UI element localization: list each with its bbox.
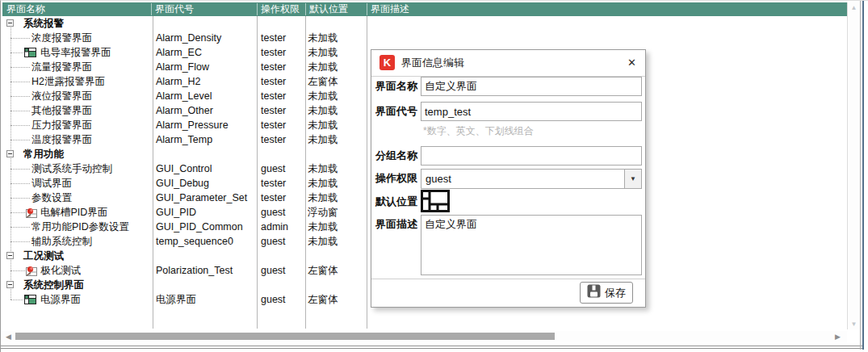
default-position-value: 未加载 — [308, 220, 338, 234]
window-border — [862, 1, 864, 350]
permission-value: tester — [261, 45, 286, 60]
interface-code: GUI_Parameter_Set — [156, 191, 247, 205]
interface-code: Alarm_Other — [156, 103, 213, 118]
permission-value: guest — [261, 205, 286, 220]
tree-line — [10, 227, 30, 228]
interface-code: Alarm_Density — [156, 31, 221, 45]
dialog-title: 界面信息编辑 — [401, 50, 464, 76]
column-divider — [153, 16, 153, 329]
group-label: 系统控制界面 — [23, 278, 84, 292]
interface-code: 电源界面 — [156, 292, 196, 307]
permission-value: guest — [261, 161, 286, 176]
default-position-value: 未加载 — [308, 191, 338, 205]
interface-code: Alarm_Level — [156, 89, 212, 103]
permission-select[interactable]: guest ▼ — [421, 169, 642, 189]
default-position-value: 未加载 — [308, 45, 338, 60]
permission-value: tester — [261, 89, 286, 103]
interface-code: GUI_Control — [156, 161, 212, 176]
interface-name: 测试系统手动控制 — [31, 161, 112, 176]
group-field-label: 分组名称 — [375, 146, 417, 166]
interface-name: 其他报警界面 — [31, 103, 92, 118]
horizontal-scrollbar[interactable]: ◀ ▶ — [2, 331, 847, 342]
collapse-toggle-icon[interactable] — [6, 19, 14, 27]
tree-line — [10, 198, 30, 199]
permission-value: tester — [261, 176, 286, 191]
interface-code: Alarm_EC — [156, 45, 202, 60]
code-field[interactable] — [421, 102, 642, 121]
column-divider — [305, 16, 306, 329]
default-position-value: 未加载 — [308, 118, 338, 132]
app-window: 界面名称 界面代号 操作权限 默认位置 界面描述 系统报警浓度报警界面Alarm… — [0, 0, 868, 352]
column-header-permission[interactable]: 操作权限 — [261, 2, 300, 16]
default-position-layout-icon[interactable] — [421, 190, 450, 216]
group-field[interactable] — [421, 146, 642, 166]
scroll-down-icon[interactable]: ▼ — [848, 321, 860, 328]
tree-line — [10, 111, 30, 111]
window-border — [860, 1, 861, 350]
dialog-titlebar: K 界面信息编辑 ✕ — [371, 50, 645, 77]
collapse-toggle-icon[interactable] — [6, 252, 14, 259]
code-field-label: 界面代号 — [375, 102, 417, 121]
column-header-name[interactable]: 界面名称 — [6, 2, 45, 16]
interface-name: 电解槽PID界面 — [40, 205, 107, 220]
column-header-position[interactable]: 默认位置 — [309, 2, 348, 16]
window-border — [1, 346, 863, 346]
save-button[interactable]: 保存 — [580, 282, 633, 304]
tree-line — [10, 96, 30, 97]
permission-value: tester — [261, 60, 286, 74]
permission-value: tester — [261, 191, 286, 205]
interface-name: 参数设置 — [31, 191, 72, 205]
scroll-left-icon[interactable]: ◀ — [6, 332, 11, 342]
grid-icon — [24, 48, 36, 60]
interface-name: 电源界面 — [40, 292, 81, 307]
column-divider — [151, 3, 152, 15]
interface-name: 压力报警界面 — [31, 118, 92, 132]
description-field[interactable]: 自定义界面 — [421, 215, 642, 275]
interface-name: 流量报警界面 — [31, 60, 92, 74]
interface-code: GUI_PID — [156, 205, 196, 220]
save-button-label: 保存 — [605, 286, 626, 300]
code-field-hint: *数字、英文、下划线组合 — [423, 124, 534, 138]
name-field[interactable] — [421, 77, 642, 96]
app-logo-icon: K — [379, 55, 395, 70]
vertical-scrollbar[interactable]: ▲ ▼ — [847, 2, 860, 329]
permission-value: tester — [261, 103, 286, 118]
group-label: 系统报警 — [23, 16, 64, 31]
pin-icon — [24, 266, 37, 279]
pin-icon — [24, 207, 37, 220]
dropdown-button[interactable]: ▼ — [624, 170, 641, 188]
tree-line — [10, 125, 30, 126]
interface-name: 极化测试 — [40, 263, 81, 278]
default-position-value: 未加载 — [308, 132, 338, 147]
default-position-value: 左窗体 — [308, 292, 338, 307]
tree-line — [10, 183, 30, 184]
interface-name: 常用功能PID参数设置 — [31, 220, 129, 234]
column-header-code[interactable]: 界面代号 — [155, 2, 194, 16]
default-position-value: 未加载 — [308, 89, 338, 103]
interface-code: Alarm_H2 — [156, 74, 201, 89]
interface-name: 温度报警界面 — [31, 132, 92, 147]
default-position-value: 未加载 — [308, 60, 338, 74]
group-label: 常用功能 — [23, 147, 64, 161]
tree-group-row[interactable]: 系统报警 — [2, 16, 847, 31]
table-row[interactable]: 浓度报警界面Alarm_Densitytester未加载 — [2, 31, 847, 45]
default-position-value: 未加载 — [308, 103, 338, 118]
default-position-value: 左窗体 — [308, 74, 338, 89]
default-position-value: 未加载 — [308, 176, 338, 191]
scroll-up-icon[interactable]: ▲ — [848, 4, 860, 11]
permission-value: guest — [261, 263, 286, 278]
scroll-right-icon[interactable]: ▶ — [835, 332, 841, 342]
permission-value: guest — [261, 292, 286, 307]
collapse-toggle-icon[interactable] — [6, 281, 14, 288]
interface-name: 电导率报警界面 — [40, 45, 111, 60]
collapse-toggle-icon[interactable] — [6, 150, 14, 157]
default-position-value: 未加载 — [308, 161, 338, 176]
save-floppy-icon — [587, 284, 601, 301]
default-position-value: 未加载 — [308, 234, 338, 249]
permission-select-value: guest — [426, 170, 451, 188]
scrollbar-thumb[interactable] — [15, 333, 555, 340]
column-header-description[interactable]: 界面描述 — [371, 2, 409, 16]
close-icon[interactable]: ✕ — [627, 50, 636, 76]
edit-dialog: K 界面信息编辑 ✕ 界面名称 界面代号 *数字、英文、下划线组合 分组名称 操… — [371, 49, 646, 308]
table-header: 界面名称 界面代号 操作权限 默认位置 界面描述 — [2, 2, 847, 16]
